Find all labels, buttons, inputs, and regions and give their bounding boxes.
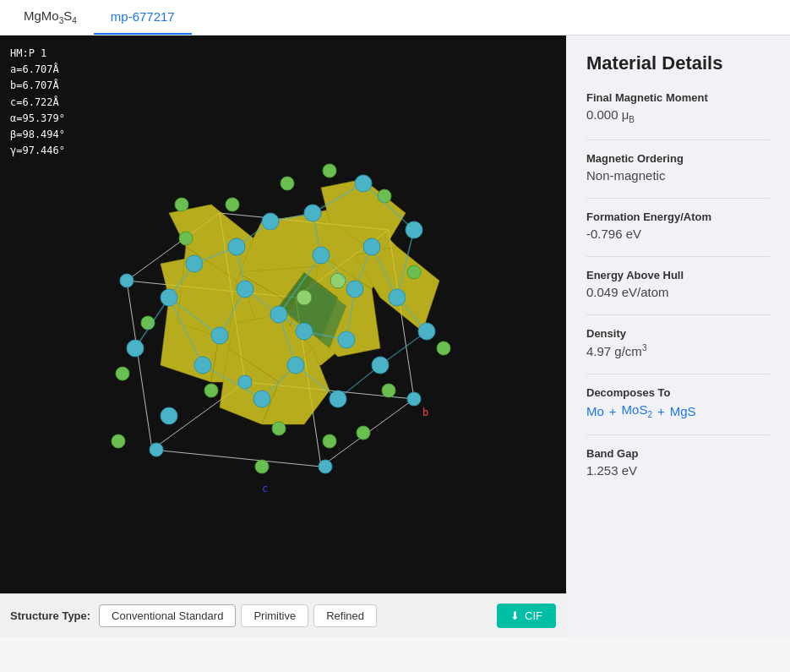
divider-6	[586, 434, 770, 435]
svg-point-73	[175, 198, 188, 211]
value-band-gap: 1.253 eV	[586, 463, 770, 478]
svg-point-54	[120, 274, 133, 287]
svg-point-80	[330, 273, 346, 288]
svg-point-77	[255, 460, 269, 473]
hm-label: HM:P 1	[10, 46, 65, 62]
details-panel: Material Details Final Magnetic Moment 0…	[566, 36, 790, 637]
btn-primitive[interactable]: Primitive	[241, 604, 308, 627]
tab-formula[interactable]: MgMo3S4	[7, 0, 94, 35]
svg-text:b: b	[422, 407, 428, 418]
label-final-magnetic-moment: Final Magnetic Moment	[586, 91, 770, 104]
b-label: b=6.707Å	[10, 78, 65, 94]
btn-conventional[interactable]: Conventional Standard	[99, 604, 236, 627]
gamma-label: γ=97.446°	[10, 143, 65, 159]
detail-density: Density 4.97 g/cm3	[586, 327, 770, 358]
detail-band-gap: Band Gap 1.253 eV	[586, 447, 770, 478]
detail-decomposes-to: Decomposes To Mo + MoS2 + MgS	[586, 386, 770, 419]
label-band-gap: Band Gap	[586, 447, 770, 460]
value-magnetic-ordering: Non-magnetic	[586, 168, 770, 183]
svg-point-62	[179, 232, 193, 245]
cif-label: CIF	[525, 609, 542, 622]
svg-point-56	[319, 460, 332, 473]
detail-magnetic-ordering: Magnetic Ordering Non-magnetic	[586, 152, 770, 183]
decompose-mo[interactable]: Mo	[586, 404, 604, 418]
download-icon: ⬇	[510, 609, 520, 622]
svg-point-74	[116, 367, 129, 380]
tab-formula-label: MgMo3S4	[24, 8, 77, 25]
divider-4	[586, 314, 770, 315]
detail-final-magnetic-moment: Final Magnetic Moment 0.000 μB	[586, 91, 770, 124]
decompose-plus-1: +	[609, 404, 617, 418]
svg-point-55	[150, 443, 163, 456]
value-final-magnetic-moment: 0.000 μB	[586, 107, 770, 124]
label-energy-above-hull: Energy Above Hull	[586, 269, 770, 281]
structure-type-label: Structure Type:	[10, 609, 90, 622]
structure-bar: Structure Type: Conventional Standard Pr…	[0, 593, 566, 637]
tab-bar: MgMo3S4 mp-677217	[0, 0, 790, 36]
value-density: 4.97 g/cm3	[586, 343, 770, 358]
detail-energy-above-hull: Energy Above Hull 0.049 eV/atom	[586, 269, 770, 299]
divider-1	[586, 139, 770, 140]
label-magnetic-ordering: Magnetic Ordering	[586, 152, 770, 165]
svg-point-57	[407, 392, 421, 406]
label-formation-energy: Formation Energy/Atom	[586, 210, 770, 223]
svg-point-68	[407, 265, 421, 279]
svg-point-76	[357, 426, 370, 440]
a-label: a=6.707Å	[10, 62, 65, 78]
decompose-links: Mo + MoS2 + MgS	[586, 402, 770, 419]
divider-2	[586, 198, 770, 199]
decompose-mgs[interactable]: MgS	[670, 404, 696, 418]
label-density: Density	[586, 327, 770, 340]
svg-point-44	[161, 407, 177, 424]
value-formation-energy: -0.796 eV	[586, 227, 770, 241]
svg-point-66	[323, 434, 336, 448]
svg-text:c: c	[262, 483, 268, 494]
detail-formation-energy: Formation Energy/Atom -0.796 eV	[586, 210, 770, 241]
beta-label: β=98.494°	[10, 127, 65, 143]
svg-point-71	[281, 177, 294, 190]
tab-mpid[interactable]: mp-677217	[94, 0, 192, 35]
svg-point-79	[297, 290, 312, 305]
decompose-plus-2: +	[657, 404, 665, 418]
crystal-visualization[interactable]: c b	[0, 36, 566, 593]
crystal-info: HM:P 1 a=6.707Å b=6.707Å c=6.722Å α=95.3…	[10, 46, 65, 159]
svg-point-65	[272, 422, 286, 435]
tab-mpid-label: mp-677217	[111, 9, 175, 24]
svg-point-70	[323, 164, 336, 178]
svg-point-75	[437, 341, 450, 355]
viewer-panel: HM:P 1 a=6.707Å b=6.707Å c=6.722Å α=95.3…	[0, 36, 566, 637]
details-title: Material Details	[586, 52, 770, 74]
value-energy-above-hull: 0.049 eV/atom	[586, 285, 770, 299]
c-label: c=6.722Å	[10, 95, 65, 111]
decompose-mos2[interactable]: MoS2	[622, 402, 652, 419]
svg-point-72	[226, 198, 239, 211]
divider-5	[586, 374, 770, 374]
divider-3	[586, 256, 770, 257]
label-decomposes-to: Decomposes To	[586, 386, 770, 399]
svg-point-64	[204, 384, 218, 397]
svg-point-69	[378, 189, 391, 203]
main-content: HM:P 1 a=6.707Å b=6.707Å c=6.722Å α=95.3…	[0, 36, 790, 637]
cif-button[interactable]: ⬇ CIF	[497, 604, 556, 628]
alpha-label: α=95.379°	[10, 111, 65, 127]
svg-point-67	[382, 384, 395, 397]
svg-point-78	[112, 434, 125, 448]
btn-refined[interactable]: Refined	[313, 604, 377, 627]
